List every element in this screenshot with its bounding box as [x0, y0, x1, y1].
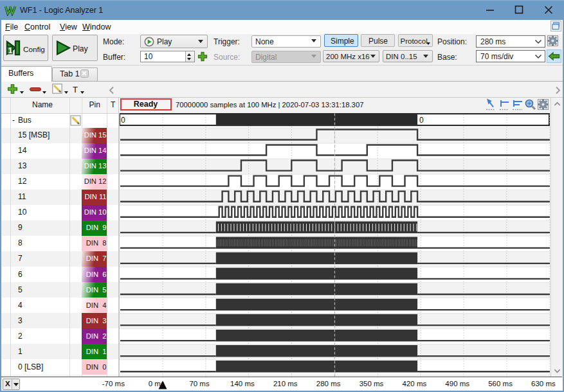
svg-text:1: 1 [8, 46, 13, 55]
svg-text:0: 0 [121, 116, 125, 125]
svg-text:0: 0 [419, 116, 424, 125]
